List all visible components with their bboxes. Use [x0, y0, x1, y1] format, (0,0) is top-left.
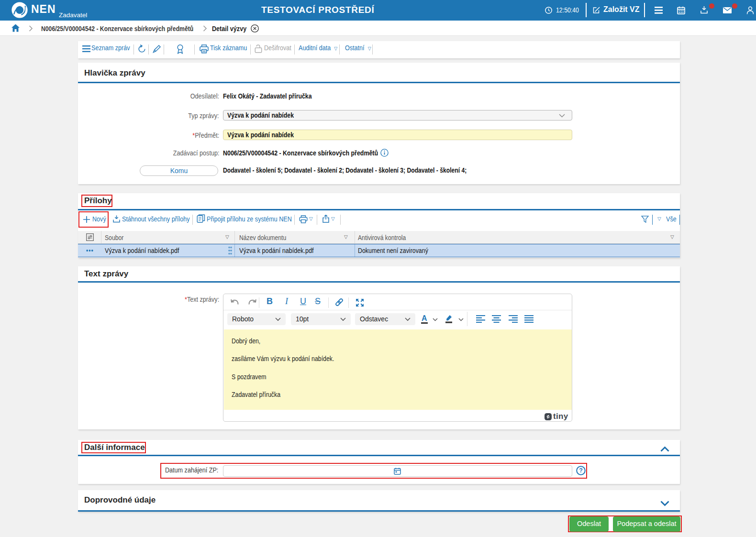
svg-text:?: ? [579, 467, 583, 474]
